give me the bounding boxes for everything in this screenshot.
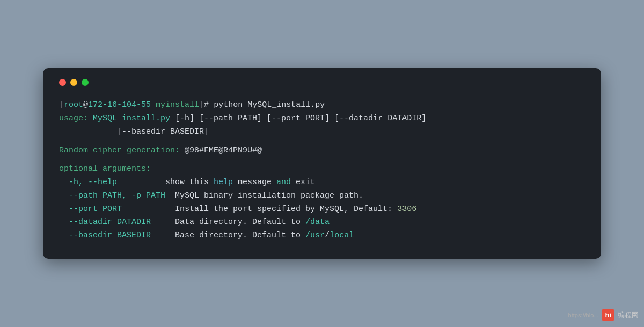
usage-options2: [--basedir BASEDIR] <box>59 127 209 136</box>
optional-header: optional arguments: <box>59 163 585 176</box>
watermark-badge: hi <box>602 309 614 321</box>
blank-line-1 <box>59 139 585 144</box>
usage-script: MySQL_install.py <box>93 114 170 123</box>
arg-path-flag: --path PATH, -p PATH <box>59 191 165 200</box>
close-button[interactable] <box>59 79 66 86</box>
usage-line-1: usage: MySQL_install.py [-h] [--path PAT… <box>59 112 585 126</box>
arg-help-flag: -h, --help <box>59 178 165 187</box>
arg-basedir-desc: Base directory. Default to <box>165 231 305 240</box>
maximize-button[interactable] <box>82 79 89 86</box>
arg-path-desc: MySQL binary installation package path. <box>165 191 363 200</box>
arg-help-highlight: help <box>214 178 233 187</box>
arg-basedir-slash: / <box>325 231 330 240</box>
arg-datadir-flag: --datadir DATADIR <box>59 217 165 227</box>
arg-datadir-desc: Data directory. Default to <box>165 217 305 227</box>
terminal-window: [root@172-16-104-55 myinstall]# python M… <box>43 68 601 259</box>
watermark: https://blo... hi 编程网 <box>568 309 639 321</box>
cipher-line: Random cipher generation: @98#FME@R4PN9U… <box>59 144 585 158</box>
watermark-site: 编程网 <box>618 310 639 320</box>
arg-help-desc1: show this <box>165 178 214 187</box>
bracket-open: [ <box>59 100 64 110</box>
cipher-value: @98#FME@R4PN9U#@ <box>180 146 262 155</box>
directory: myinstall <box>156 100 199 110</box>
arg-datadir-path: /data <box>305 217 330 227</box>
arg-basedir: --basedir BASEDIR Base directory. Defaul… <box>59 229 585 243</box>
arg-help-and: and <box>276 178 291 187</box>
usage-options: [-h] [--path PATH] [--port PORT] [--data… <box>170 114 426 123</box>
watermark-url: https://blo... <box>568 312 599 318</box>
arg-basedir-path2: local <box>330 231 354 240</box>
arg-help: -h, --help show this help message and ex… <box>59 176 585 190</box>
title-bar <box>59 79 585 86</box>
command-line: [root@172-16-104-55 myinstall]# python M… <box>59 99 585 112</box>
at-sign: @ <box>83 100 88 110</box>
minimize-button[interactable] <box>70 79 77 86</box>
usage-line-2: [--basedir BASEDIR] <box>59 126 585 139</box>
usage-space <box>88 114 93 123</box>
usage-label: usage: <box>59 114 88 123</box>
arg-basedir-flag: --basedir BASEDIR <box>59 231 165 240</box>
arg-port-number: 3306 <box>397 205 416 214</box>
username: root <box>64 100 83 110</box>
prompt-symbol: ]# <box>199 100 209 110</box>
terminal-body: [root@172-16-104-55 myinstall]# python M… <box>59 99 585 243</box>
arg-help-desc2: message <box>233 178 276 187</box>
arg-help-desc3: exit <box>291 178 315 187</box>
arg-port: --port PORT Install the port specified b… <box>59 203 585 216</box>
space <box>151 100 156 110</box>
cipher-label: Random cipher generation: <box>59 146 180 155</box>
hostname: 172-16-104-55 <box>88 100 151 110</box>
arg-port-desc: Install the port specified by MySQL, Def… <box>165 205 397 214</box>
arg-datadir: --datadir DATADIR Data directory. Defaul… <box>59 216 585 229</box>
arg-path: --path PATH, -p PATH MySQL binary instal… <box>59 190 585 203</box>
blank-line-2 <box>59 157 585 163</box>
arg-port-flag: --port PORT <box>59 205 165 214</box>
arg-basedir-path1: /usr <box>305 231 325 240</box>
optional-label: optional arguments: <box>59 164 151 173</box>
command-text: python MySQL_install.py <box>209 100 325 110</box>
